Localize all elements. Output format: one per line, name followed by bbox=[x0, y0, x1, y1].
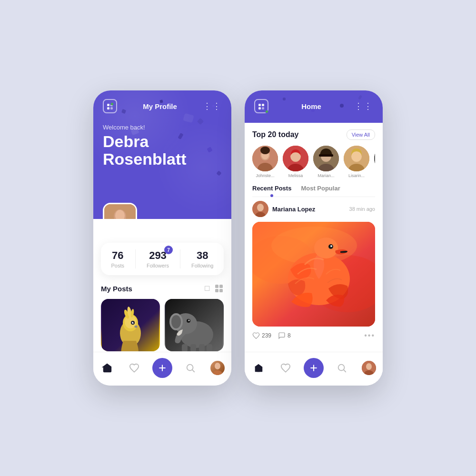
home-profile-nav-button[interactable] bbox=[360, 359, 378, 377]
svg-rect-36 bbox=[258, 104, 261, 106]
posts-label: Posts bbox=[111, 263, 124, 268]
svg-point-68 bbox=[330, 245, 332, 247]
status-dot bbox=[110, 102, 114, 106]
svg-rect-37 bbox=[262, 104, 264, 106]
svg-rect-3 bbox=[110, 107, 113, 109]
post-thumbnail-bird[interactable] bbox=[101, 299, 160, 351]
home-phone: Home ⋮⋮ Top 20 today View All bbox=[245, 90, 383, 386]
top20-header: Top 20 today View All bbox=[252, 129, 375, 140]
home-search-nav-button[interactable] bbox=[333, 359, 351, 377]
avatar-item-3[interactable]: Marian... bbox=[313, 146, 339, 178]
post-author-avatar bbox=[252, 201, 268, 217]
svg-point-44 bbox=[260, 147, 270, 154]
svg-rect-31 bbox=[199, 344, 205, 351]
welcome-text: Welcome back! bbox=[103, 124, 222, 131]
favorites-nav-button[interactable] bbox=[125, 359, 143, 377]
list-view-icon[interactable]: ☐ bbox=[204, 285, 210, 292]
like-action[interactable]: 239 bbox=[252, 332, 271, 339]
avatar-1 bbox=[252, 146, 278, 171]
options-icon[interactable]: ⋮⋮ bbox=[203, 101, 222, 111]
home-options-icon[interactable]: ⋮⋮ bbox=[354, 101, 373, 111]
comment-action[interactable]: 8 bbox=[278, 332, 291, 339]
profile-body: 76 Posts 7 293 Followers 38 Following My… bbox=[93, 219, 231, 352]
profile-phone: My Profile ⋮⋮ Welcome back! Debra Rosenb… bbox=[93, 90, 231, 386]
avatar-name-3: Marian... bbox=[317, 173, 334, 178]
view-all-button[interactable]: View All bbox=[347, 129, 375, 140]
home-menu-icon[interactable] bbox=[254, 99, 268, 113]
content-tabs: Recent Posts Most Popular bbox=[252, 185, 375, 197]
profile-bottom-nav bbox=[93, 352, 231, 386]
comments-count: 8 bbox=[288, 332, 291, 339]
home-header: Home ⋮⋮ bbox=[245, 90, 383, 123]
home-status-dot bbox=[265, 110, 268, 113]
svg-rect-55 bbox=[374, 146, 375, 171]
top20-avatars-row: Johnste... Melissa bbox=[252, 146, 375, 178]
tab-most-popular[interactable]: Most Popular bbox=[301, 185, 340, 194]
svg-point-59 bbox=[257, 204, 264, 211]
avatar-2 bbox=[283, 146, 308, 171]
stats-row: 76 Posts 7 293 Followers 38 Following bbox=[101, 243, 224, 275]
followers-badge: 7 bbox=[164, 246, 173, 254]
profile-avatar[interactable] bbox=[103, 203, 137, 219]
posts-view-icons: ☐ bbox=[204, 284, 224, 293]
svg-point-21 bbox=[133, 322, 134, 323]
grid-view-icon[interactable] bbox=[214, 284, 224, 293]
my-posts-header: My Posts ☐ bbox=[101, 284, 224, 293]
svg-rect-11 bbox=[219, 289, 223, 292]
profile-avatar-container bbox=[103, 203, 137, 219]
followers-label: Followers bbox=[147, 263, 169, 268]
avatar-item-4[interactable]: Lisarin... bbox=[344, 146, 369, 178]
svg-point-28 bbox=[188, 320, 190, 321]
post-author-row: Mariana Lopez 38 min ago bbox=[252, 201, 375, 217]
avatar-item-5[interactable]: Bo... bbox=[374, 146, 375, 178]
avatar-item-1[interactable]: Johnste... bbox=[252, 146, 278, 178]
svg-rect-10 bbox=[215, 289, 218, 292]
post-actions-left: 239 8 bbox=[252, 332, 291, 339]
home-nav: Home ⋮⋮ bbox=[254, 99, 373, 113]
posts-stat: 76 Posts bbox=[111, 249, 124, 268]
avatar-name-2: Melissa bbox=[288, 173, 303, 178]
svg-rect-39 bbox=[262, 107, 264, 109]
menu-icon-box[interactable] bbox=[103, 99, 117, 113]
post-image[interactable] bbox=[252, 222, 375, 327]
svg-point-26 bbox=[171, 315, 181, 328]
post-thumbnail-elephant[interactable] bbox=[165, 299, 224, 351]
home-favorites-nav-button[interactable] bbox=[277, 359, 295, 377]
avatar-3 bbox=[313, 146, 339, 171]
profile-header: My Profile ⋮⋮ Welcome back! Debra Rosenb… bbox=[93, 90, 231, 219]
likes-count: 239 bbox=[262, 332, 271, 339]
profile-nav: My Profile ⋮⋮ bbox=[103, 99, 222, 113]
more-options[interactable]: ••• bbox=[364, 331, 375, 340]
avatar-item-2[interactable]: Melissa bbox=[283, 146, 308, 178]
profile-nav-button[interactable] bbox=[208, 359, 227, 377]
following-count: 38 bbox=[191, 249, 213, 262]
avatar-4 bbox=[344, 146, 369, 171]
post-time: 38 min ago bbox=[349, 206, 375, 212]
svg-rect-29 bbox=[182, 344, 188, 351]
following-label: Following bbox=[191, 263, 213, 268]
home-body: Top 20 today View All bbox=[245, 123, 383, 386]
post-author-info: Mariana Lopez bbox=[252, 201, 315, 217]
avatar-name-1: Johnste... bbox=[256, 173, 274, 178]
avatar-name-4: Lisarin... bbox=[348, 173, 365, 178]
add-post-button[interactable] bbox=[152, 358, 172, 378]
home-nav-button[interactable] bbox=[98, 359, 116, 377]
home-page-title: Home bbox=[301, 102, 321, 110]
home-bottom-nav bbox=[245, 352, 383, 386]
tab-recent-posts[interactable]: Recent Posts bbox=[252, 185, 291, 194]
posts-grid bbox=[101, 299, 224, 351]
search-nav-button[interactable] bbox=[181, 359, 199, 377]
profile-page-title: My Profile bbox=[143, 102, 177, 110]
svg-rect-30 bbox=[190, 344, 196, 351]
svg-point-35 bbox=[213, 370, 222, 375]
my-posts-title: My Posts bbox=[101, 285, 132, 293]
bird-image bbox=[101, 299, 160, 351]
home-add-post-button[interactable] bbox=[304, 358, 324, 378]
svg-point-71 bbox=[366, 363, 372, 370]
svg-rect-8 bbox=[215, 285, 218, 288]
avatar-5 bbox=[374, 146, 375, 171]
svg-point-66 bbox=[314, 238, 338, 258]
posts-count: 76 bbox=[111, 249, 124, 262]
svg-rect-2 bbox=[107, 107, 109, 109]
home-home-nav-button[interactable] bbox=[249, 359, 268, 377]
